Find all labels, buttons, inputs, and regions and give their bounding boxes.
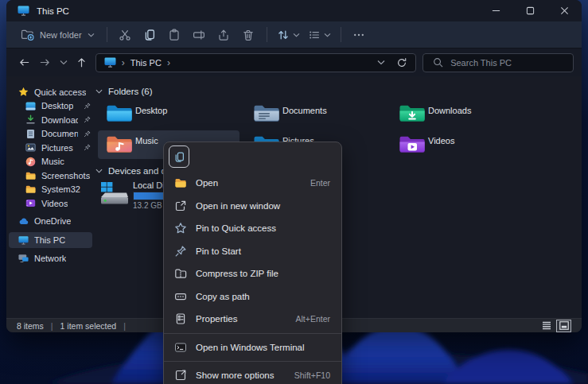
menu-separator: [164, 333, 341, 334]
sidebar-item-this-pc[interactable]: This PC: [9, 232, 92, 248]
menu-item-label: Open: [196, 178, 218, 188]
videos-folder-icon: [399, 133, 426, 155]
view-button[interactable]: [304, 25, 335, 45]
large-icons-view-button[interactable]: [556, 320, 571, 332]
sidebar-item-label: Videos: [41, 199, 68, 208]
refresh-icon[interactable]: [396, 57, 407, 68]
search-input[interactable]: Search This PC: [423, 53, 574, 72]
chevron-down-icon: [88, 33, 95, 37]
sidebar-item-label: OneDrive: [34, 216, 71, 226]
sidebar-item-onedrive[interactable]: OneDrive: [6, 213, 95, 229]
folder-name: Documents: [282, 106, 327, 129]
menu-item-properties[interactable]: Properties Alt+Enter: [164, 308, 341, 331]
open-new-window-icon: [174, 200, 187, 212]
chevron-down-icon: [95, 169, 103, 173]
paste-button[interactable]: [162, 25, 187, 45]
forward-button[interactable]: [35, 53, 56, 72]
sort-icon: [277, 29, 290, 41]
sidebar-item-videos[interactable]: Videos: [6, 196, 95, 211]
delete-button[interactable]: [236, 25, 261, 45]
sidebar-item-network[interactable]: Network: [6, 250, 95, 266]
window-controls: [479, 0, 582, 21]
sidebar-item-pictures[interactable]: Pictures: [6, 141, 95, 155]
address-dropdown-chevron-icon[interactable]: [377, 60, 385, 65]
menu-item-pin-to-start[interactable]: Pin to Start: [164, 240, 341, 263]
menu-item-label: Show more options: [196, 370, 274, 380]
folders-section-header[interactable]: Folders (6): [95, 87, 153, 96]
status-separator: |: [123, 321, 126, 331]
chevron-down-icon: [95, 89, 103, 94]
this-pc-icon: [18, 235, 29, 245]
details-view-button[interactable]: [539, 320, 553, 332]
sidebar-item-quick-access[interactable]: Quick access: [6, 85, 95, 99]
folder-icon: [25, 170, 36, 180]
maximize-button[interactable]: [513, 0, 547, 21]
downloads-icon: [25, 114, 36, 125]
folder-tile-videos[interactable]: Videos: [388, 130, 532, 159]
navigation-pane: Quick access Desktop Downloads Documents…: [6, 76, 95, 318]
sidebar-item-system32[interactable]: System32: [6, 183, 95, 197]
address-bar: › This PC › Search This PC: [6, 48, 582, 76]
folder-tile-documents[interactable]: Documents: [243, 100, 387, 129]
menu-item-show-more-options[interactable]: Show more options Shift+F10: [164, 364, 341, 384]
new-folder-icon: [21, 29, 34, 41]
recent-locations-button[interactable]: [56, 53, 72, 72]
up-button[interactable]: [72, 53, 92, 72]
menu-item-pin-to-quick-access[interactable]: Pin to Quick access: [164, 217, 341, 240]
toolbar-separator: [107, 27, 107, 42]
sidebar-item-downloads[interactable]: Downloads: [6, 113, 95, 127]
menu-item-label: Pin to Start: [196, 246, 241, 256]
context-menu-items: Open Enter Open in new window Pin to Qui…: [164, 172, 341, 384]
menu-item-open-in-windows-terminal[interactable]: Open in Windows Terminal: [164, 336, 341, 359]
folder-tile-downloads[interactable]: Downloads: [388, 100, 532, 129]
zip-icon: [174, 267, 187, 280]
breadcrumb-item[interactable]: This PC: [130, 58, 162, 68]
menu-item-copy-as-path[interactable]: Copy as path: [164, 285, 341, 308]
see-more-button[interactable]: [347, 25, 372, 45]
menu-item-shortcut: Alt+Enter: [296, 314, 330, 324]
desktop-icon: [25, 101, 36, 111]
sidebar-item-documents[interactable]: Documents: [6, 127, 95, 142]
title-bar: This PC: [6, 0, 582, 21]
pin-icon: [84, 130, 91, 138]
copy-button[interactable]: [138, 25, 162, 45]
new-folder-label: New folder: [40, 30, 82, 40]
back-button[interactable]: [14, 53, 35, 72]
menu-item-label: Properties: [196, 314, 237, 324]
sidebar-item-music[interactable]: Music: [6, 155, 95, 169]
view-icon: [308, 29, 321, 41]
close-button[interactable]: [547, 0, 582, 21]
this-pc-icon: [104, 57, 116, 68]
menu-item-open-in-new-window[interactable]: Open in new window: [164, 195, 341, 218]
share-button[interactable]: [212, 25, 236, 45]
menu-item-label: Open in Windows Terminal: [196, 343, 305, 352]
minimize-button[interactable]: [479, 0, 513, 21]
folder-name: Desktop: [135, 106, 167, 129]
folder-name: Music: [135, 136, 158, 159]
sidebar-item-desktop[interactable]: Desktop: [6, 99, 95, 114]
rename-button[interactable]: [187, 25, 212, 45]
music-icon: [25, 157, 36, 167]
cut-button[interactable]: [113, 25, 138, 45]
downloads-folder-icon: [399, 102, 426, 124]
sidebar-item-screenshots[interactable]: Screenshots: [6, 169, 95, 183]
search-placeholder: Search This PC: [450, 58, 512, 68]
folder-tile-desktop[interactable]: Desktop: [95, 100, 239, 129]
folder-open-icon: [174, 176, 187, 189]
new-folder-button[interactable]: New folder: [14, 25, 101, 45]
folder-name: Downloads: [428, 106, 471, 129]
sidebar-item-label: Pictures: [41, 143, 73, 153]
breadcrumb[interactable]: › This PC ›: [95, 53, 416, 72]
music-folder-icon: [106, 133, 133, 155]
menu-item-compress-to-zip[interactable]: Compress to ZIP file: [164, 262, 341, 285]
menu-separator: [164, 361, 341, 362]
pin-icon: [174, 245, 187, 258]
menu-item-label: Compress to ZIP file: [196, 269, 278, 278]
search-icon: [433, 57, 443, 68]
sort-button[interactable]: [273, 25, 304, 45]
star-icon: [18, 87, 29, 97]
menu-item-open[interactable]: Open Enter: [164, 172, 341, 195]
quick-copy-button[interactable]: [169, 145, 189, 168]
menu-item-label: Open in new window: [196, 201, 280, 211]
sidebar-item-label: This PC: [34, 235, 65, 245]
